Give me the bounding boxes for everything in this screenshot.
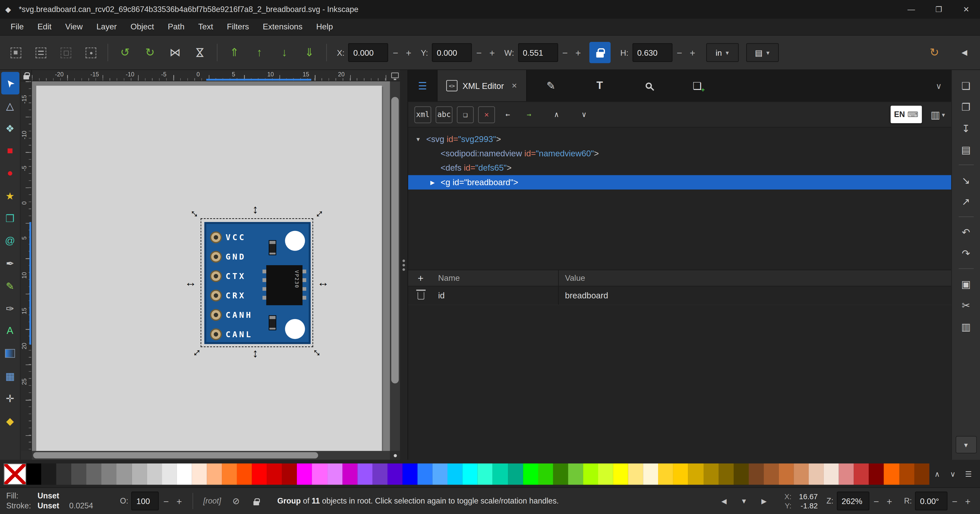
- scale-handle-s[interactable]: ↔: [250, 347, 264, 361]
- zoom-input[interactable]: [837, 492, 869, 510]
- display-settings-corner[interactable]: [390, 70, 400, 81]
- star-tool[interactable]: ★: [1, 184, 19, 207]
- tab-close-icon[interactable]: ✕: [511, 82, 517, 90]
- expander-open-icon[interactable]: ▼: [414, 136, 422, 142]
- palette-swatch[interactable]: [117, 463, 132, 485]
- palette-swatch[interactable]: [267, 463, 282, 485]
- raise-to-top-button[interactable]: ⇑: [223, 41, 247, 64]
- no-color-swatch[interactable]: [4, 463, 26, 485]
- palette-scroll-up-button[interactable]: ∧: [929, 463, 945, 485]
- palette-swatch[interactable]: [748, 463, 764, 485]
- print-button[interactable]: ▤: [956, 140, 976, 159]
- palette-swatch[interactable]: [56, 463, 72, 485]
- palette-swatch[interactable]: [357, 463, 372, 485]
- lower-button[interactable]: ↓: [272, 41, 296, 64]
- tab-document-properties[interactable]: ❏+: [673, 70, 722, 101]
- palette-swatch[interactable]: [598, 463, 613, 485]
- palette-swatch[interactable]: [132, 463, 146, 485]
- width-input[interactable]: [518, 43, 558, 62]
- vertical-scrollbar-thumb[interactable]: [391, 97, 399, 383]
- message-dropdown-button[interactable]: ▼: [737, 493, 751, 509]
- new-text-node-button[interactable]: abc: [436, 106, 452, 123]
- tab-text[interactable]: T: [575, 70, 624, 101]
- palette-swatch[interactable]: [72, 463, 86, 485]
- palette-swatch[interactable]: [839, 463, 854, 485]
- tab-fill-stroke[interactable]: ✎: [527, 70, 575, 101]
- redo-button[interactable]: ↷: [956, 244, 976, 263]
- menu-help[interactable]: Help: [309, 19, 340, 35]
- vertical-ruler[interactable]: -15-10-50510152025: [21, 81, 32, 451]
- text-tool[interactable]: A: [1, 319, 19, 342]
- palette-swatch[interactable]: [297, 463, 312, 485]
- breadboard-component[interactable]: VP230 VCCGNDCTXCRXCANHCANL: [204, 222, 311, 344]
- next-message-button[interactable]: ▶: [756, 493, 772, 509]
- box3d-tool[interactable]: ❒: [1, 207, 19, 230]
- copy-button[interactable]: ▣: [956, 275, 976, 293]
- x-input[interactable]: [348, 43, 388, 62]
- menu-layer[interactable]: Layer: [90, 19, 124, 35]
- w-minus-button[interactable]: −: [559, 43, 571, 62]
- selector-tool[interactable]: ➤: [1, 72, 19, 94]
- palette-swatch[interactable]: [41, 463, 56, 485]
- dropper-tool[interactable]: ✛: [1, 387, 19, 410]
- calligraphy-tool[interactable]: ✑: [1, 297, 19, 319]
- tab-find[interactable]: [624, 70, 673, 101]
- layer-visibility-button[interactable]: ⊘: [229, 496, 243, 506]
- palette-swatch[interactable]: [553, 463, 568, 485]
- palette-swatch[interactable]: [102, 463, 117, 485]
- rectangle-tool[interactable]: ■: [1, 139, 19, 162]
- attribute-row[interactable]: id breadboard: [408, 286, 951, 305]
- rotate-cw-button[interactable]: ↻: [138, 41, 162, 64]
- move-node-up-button[interactable]: ∧: [548, 106, 565, 123]
- select-touch-button[interactable]: [79, 41, 102, 64]
- import-button[interactable]: ↘: [956, 171, 976, 189]
- menu-file[interactable]: File: [4, 19, 31, 35]
- palette-swatch[interactable]: [613, 463, 628, 485]
- transform-options-dropdown[interactable]: ▤ ▾: [746, 43, 778, 62]
- opacity-minus-button[interactable]: −: [160, 492, 172, 510]
- palette-swatch[interactable]: [418, 463, 433, 485]
- palette-swatch[interactable]: [177, 463, 192, 485]
- menu-edit[interactable]: Edit: [31, 19, 59, 35]
- tab-layers[interactable]: ☰: [408, 70, 437, 101]
- bezier-tool[interactable]: ✒: [1, 252, 19, 275]
- y-input[interactable]: [432, 43, 472, 62]
- canvas-viewport[interactable]: VP230 VCCGNDCTXCRXCANHCANL ↔ ↔ ↔ ↔ ↔ ↔ ↔…: [32, 81, 390, 451]
- palette-swatch[interactable]: [809, 463, 824, 485]
- palette-swatch[interactable]: [222, 463, 237, 485]
- palette-menu-button[interactable]: ☰: [961, 463, 976, 485]
- palette-swatch[interactable]: [628, 463, 643, 485]
- horizontal-scrollbar-thumb[interactable]: [33, 452, 318, 458]
- indent-node-button[interactable]: →: [520, 106, 537, 123]
- panel-menu-button[interactable]: ∨: [926, 70, 951, 101]
- xml-node-namedview[interactable]: <sodipodi:namedview id="namedview60">: [408, 146, 951, 161]
- node-tool[interactable]: △: [1, 94, 19, 117]
- open-document-button[interactable]: ❐: [956, 97, 976, 116]
- palette-swatch[interactable]: [162, 463, 177, 485]
- palette-swatch[interactable]: [523, 463, 538, 485]
- close-button[interactable]: ✕: [953, 0, 980, 19]
- palette-swatch[interactable]: [402, 463, 418, 485]
- cut-button[interactable]: ✂: [956, 296, 976, 314]
- palette-swatch[interactable]: [779, 463, 794, 485]
- gradient-tool[interactable]: [1, 342, 19, 364]
- y-minus-button[interactable]: −: [473, 43, 485, 62]
- palette-swatch[interactable]: [689, 463, 703, 485]
- palette-swatch[interactable]: [192, 463, 207, 485]
- palette-swatch[interactable]: [86, 463, 102, 485]
- palette-swatch[interactable]: [583, 463, 598, 485]
- ellipse-tool[interactable]: ●: [1, 162, 19, 184]
- palette-swatch[interactable]: [282, 463, 297, 485]
- zoom-minus-button[interactable]: −: [870, 492, 882, 510]
- new-document-button[interactable]: ❏: [956, 77, 976, 95]
- palette-swatch[interactable]: [433, 463, 447, 485]
- menu-extensions[interactable]: Extensions: [256, 19, 309, 35]
- palette-swatch[interactable]: [327, 463, 342, 485]
- rotate-ccw-button[interactable]: ↺: [113, 41, 137, 64]
- menu-object[interactable]: Object: [124, 19, 161, 35]
- palette-swatch[interactable]: [643, 463, 659, 485]
- palette-swatch[interactable]: [673, 463, 689, 485]
- expander-closed-icon[interactable]: ▶: [429, 179, 436, 185]
- spiral-tool[interactable]: @: [1, 230, 19, 252]
- palette-swatch[interactable]: [26, 463, 41, 485]
